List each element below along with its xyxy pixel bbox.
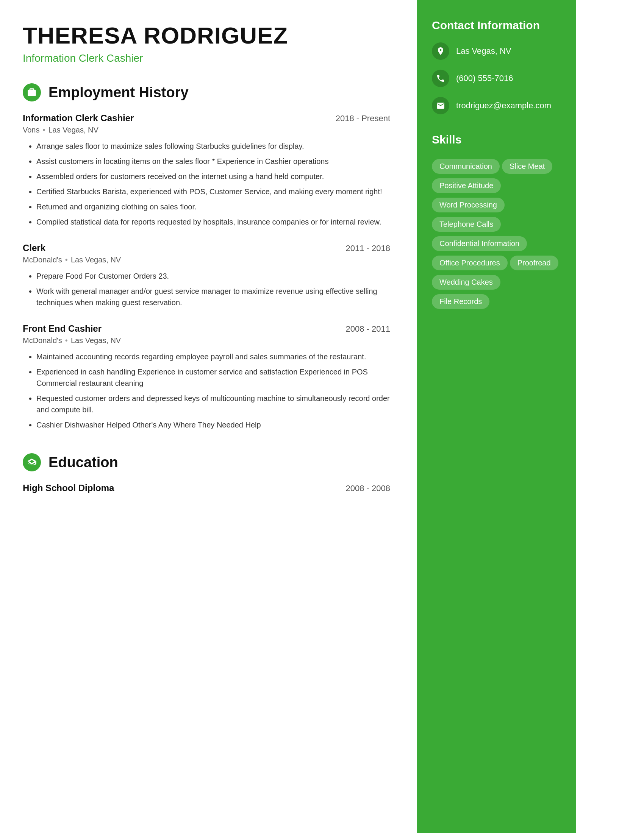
- bullet-item: Assist customers in locating items on th…: [36, 156, 390, 167]
- briefcase-icon: [27, 87, 37, 97]
- skill-badge: Communication: [432, 159, 500, 174]
- bullet-item: Experienced in cash handling Experience …: [36, 366, 390, 389]
- contact-location: Las Vegas, NV: [432, 42, 561, 60]
- email-icon: [432, 97, 449, 114]
- skill-badge: Wedding Cakes: [432, 275, 501, 289]
- job-bullets: Arrange sales floor to maximize sales fo…: [23, 140, 390, 228]
- job-company: Vons•Las Vegas, NV: [23, 126, 390, 134]
- bullet-item: Work with general manager and/or guest s…: [36, 286, 390, 308]
- contact-section-title: Contact Information: [432, 19, 561, 32]
- skills-section: Skills CommunicationSlice MeatPositive A…: [432, 133, 561, 311]
- phone-text: (600) 555-7016: [456, 73, 513, 84]
- job-dates: 2008 - 2011: [346, 324, 390, 334]
- main-content: THERESA RODRIGUEZ Information Clerk Cash…: [0, 0, 417, 833]
- job-bullets: Maintained accounting records regarding …: [23, 351, 390, 431]
- skill-badge: Telephone Calls: [432, 217, 501, 232]
- job-header: Information Clerk Cashier 2018 - Present: [23, 113, 390, 124]
- location-text: Las Vegas, NV: [456, 45, 511, 57]
- email-text: trodriguez@example.com: [456, 100, 551, 112]
- job-entry: Front End Cashier 2008 - 2011 McDonald's…: [23, 323, 390, 431]
- education-entry: High School Diploma 2008 - 2008: [23, 483, 390, 494]
- education-container: High School Diploma 2008 - 2008: [23, 483, 390, 494]
- job-company: McDonald's•Las Vegas, NV: [23, 336, 390, 345]
- bullet-item: Maintained accounting records regarding …: [36, 351, 390, 362]
- job-header: Clerk 2011 - 2018: [23, 243, 390, 253]
- employment-icon: [23, 83, 41, 101]
- skill-badge: Office Procedures: [432, 256, 508, 270]
- employment-section-title: Employment History: [48, 84, 188, 101]
- skills-section-title: Skills: [432, 133, 561, 146]
- contact-email: trodriguez@example.com: [432, 97, 561, 114]
- candidate-name: THERESA RODRIGUEZ: [23, 23, 390, 48]
- skill-badge: Slice Meat: [502, 159, 552, 174]
- skill-badge: Confidential Information: [432, 236, 527, 251]
- bullet-item: Assembled orders for customers received …: [36, 171, 390, 182]
- education-section-header: Education: [23, 453, 390, 471]
- job-company: McDonald's•Las Vegas, NV: [23, 256, 390, 264]
- bullet-item: Requested customer orders and depressed …: [36, 392, 390, 415]
- contact-phone: (600) 555-7016: [432, 70, 561, 87]
- employment-section-header: Employment History: [23, 83, 390, 101]
- bullet-item: Arrange sales floor to maximize sales fo…: [36, 140, 390, 152]
- job-title-text: Front End Cashier: [23, 323, 101, 334]
- skill-badge: File Records: [432, 294, 489, 309]
- job-bullets: Prepare Food For Customer Orders 23.Work…: [23, 270, 390, 308]
- bullet-item: Certified Starbucks Barista, experienced…: [36, 186, 390, 197]
- job-entry: Clerk 2011 - 2018 McDonald's•Las Vegas, …: [23, 243, 390, 308]
- resume-header: THERESA RODRIGUEZ Information Clerk Cash…: [23, 23, 390, 64]
- phone-icon: [432, 70, 449, 87]
- job-dates: 2018 - Present: [336, 114, 390, 124]
- job-title-text: Clerk: [23, 243, 45, 253]
- job-title-text: Information Clerk Cashier: [23, 113, 134, 124]
- job-header: Front End Cashier 2008 - 2011: [23, 323, 390, 334]
- skill-badge: Proofread: [510, 256, 559, 270]
- skill-badge: Word Processing: [432, 198, 505, 212]
- education-icon: [23, 453, 41, 471]
- location-icon: [432, 42, 449, 60]
- candidate-job-title: Information Clerk Cashier: [23, 52, 390, 64]
- sidebar: Contact Information Las Vegas, NV (600) …: [417, 0, 576, 833]
- job-dates: 2011 - 2018: [346, 243, 390, 253]
- skills-container: CommunicationSlice MeatPositive Attitude…: [432, 157, 561, 311]
- edu-dates: 2008 - 2008: [346, 484, 390, 494]
- bullet-item: Compiled statistical data for reports re…: [36, 216, 390, 228]
- bullet-item: Cashier Dishwasher Helped Other's Any Wh…: [36, 419, 390, 431]
- graduation-icon: [27, 457, 37, 467]
- edu-title: High School Diploma: [23, 483, 114, 494]
- education-section-title: Education: [48, 454, 118, 471]
- bullet-item: Returned and organizing clothing on sale…: [36, 201, 390, 212]
- bullet-item: Prepare Food For Customer Orders 23.: [36, 270, 390, 282]
- jobs-container: Information Clerk Cashier 2018 - Present…: [23, 113, 390, 431]
- skill-badge: Positive Attitude: [432, 178, 501, 193]
- job-entry: Information Clerk Cashier 2018 - Present…: [23, 113, 390, 228]
